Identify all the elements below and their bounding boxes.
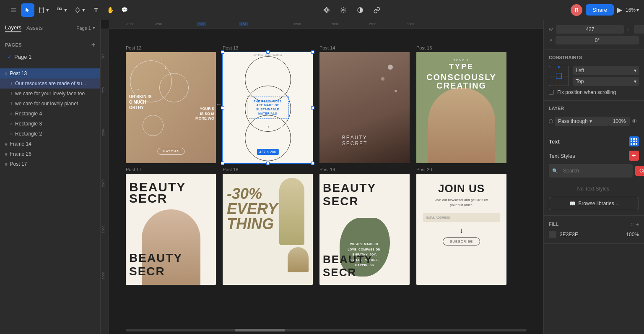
post-19-beauty-title: BEAUTY SECR xyxy=(323,181,406,208)
blend-mode-select[interactable]: Pass through ▾ xyxy=(555,117,609,126)
resize-handle-tr[interactable] xyxy=(311,50,314,54)
resize-handle-tl[interactable] xyxy=(221,50,224,54)
angle-icon: ↗ xyxy=(549,38,552,43)
layer-item-post13[interactable]: # Post 13 xyxy=(0,68,100,78)
post-18-card[interactable]: -30%EVERYTHING xyxy=(223,174,313,285)
angle-input[interactable] xyxy=(556,36,639,44)
visibility-toggle-button[interactable]: 👁 xyxy=(630,118,639,125)
add-text-style-button[interactable]: + xyxy=(629,151,639,161)
links-button[interactable] xyxy=(370,3,384,17)
text-grid-button[interactable] xyxy=(629,136,639,146)
fill-color-value[interactable]: 3E3E3E xyxy=(560,232,619,237)
select-tool-button[interactable] xyxy=(21,3,34,17)
canvas-area[interactable]: -1000 -500 327 754 1500 2000 2500 3000 5… xyxy=(101,20,543,334)
post-12-card[interactable]: → ← → MATCHA UR SKIN IS O MUCH ORTHY YOU… xyxy=(126,52,216,163)
post-19-card[interactable]: BEAUTY SECR WE ARE MADE OFLOVE, COMPASSI… xyxy=(319,174,410,285)
constraint-v-select[interactable]: Top ▾ xyxy=(573,77,639,86)
blend-row: Pass through ▾ 👁 xyxy=(549,117,639,126)
browse-libraries-button[interactable]: 📖 Browse libraries... xyxy=(549,197,639,210)
canvas-content[interactable]: Post 12 → ← → MATCHA xyxy=(109,29,543,334)
canvas-scrollbar-thumb[interactable] xyxy=(235,329,285,331)
layer-item-frame26[interactable]: # Frame 26 xyxy=(0,149,100,159)
post-17-bottom-text: BEAUTY SECR xyxy=(126,248,216,282)
w-label: W xyxy=(549,27,553,32)
post-15-card[interactable]: TONE & TYPE CONSCIOUSLYCREATING xyxy=(416,52,506,163)
frame-tool-button[interactable]: ▾ xyxy=(35,3,52,17)
zoom-control[interactable]: 16% ▾ xyxy=(626,7,639,13)
contrast-button[interactable] xyxy=(353,3,367,17)
resize-handle-br[interactable] xyxy=(311,162,314,165)
layer-label-rect2: Rectangle 2 xyxy=(15,131,42,137)
width-input[interactable] xyxy=(556,25,624,34)
constraints-section: Constraints Left ▾ xyxy=(544,50,644,101)
plugins-button[interactable] xyxy=(337,3,350,17)
share-button[interactable]: Share xyxy=(586,4,614,16)
post-13-card-wrapper[interactable]: THE RESOURCESARE MADE OFSUSTAINABLEMATER… xyxy=(223,52,313,163)
tab-layers[interactable]: Layers xyxy=(5,23,21,32)
book-icon: 📖 xyxy=(569,201,576,206)
resize-handle-mr[interactable] xyxy=(311,106,314,110)
layer-item-rect2[interactable]: ○ Rectangle 2 xyxy=(0,129,100,139)
fill-grid-button[interactable]: :: xyxy=(631,221,634,227)
layer-item-post17[interactable]: # Post 17 xyxy=(0,159,100,169)
post-wrapper-12: Post 12 → ← → MATCHA xyxy=(126,45,216,163)
frame-icon-3: # xyxy=(5,152,8,157)
page-1-item[interactable]: ✓ Page 1 xyxy=(5,52,95,62)
resize-handle-bm[interactable] xyxy=(266,162,270,165)
page-selector[interactable]: Page 1 ▾ xyxy=(76,25,95,31)
hand-tool-button[interactable]: ✋ xyxy=(104,3,117,17)
post-14-card[interactable]: BEAUTY SECRET xyxy=(319,52,410,163)
fill-header: Fill :: + xyxy=(549,221,639,227)
comment-tool-button[interactable]: 💬 xyxy=(118,3,131,17)
panel-tabs: Layers Assets Page 1 ▾ xyxy=(0,20,100,36)
posts-row-2: Post 17 BEAUTY SECR BEAUTY SECR xyxy=(126,167,506,285)
add-page-button[interactable]: + xyxy=(91,41,95,49)
opacity-input[interactable] xyxy=(609,117,630,126)
text-style-search-input[interactable] xyxy=(560,166,629,176)
constraints-title: Constraints xyxy=(549,55,582,60)
fix-position-checkbox[interactable] xyxy=(549,90,554,95)
ruler-mark-754: 754 xyxy=(239,22,248,26)
layer-item-resources[interactable]: T Our resources are made of su... xyxy=(0,78,100,89)
resize-handle-bl[interactable] xyxy=(221,162,224,165)
post-14-bokeh-1 xyxy=(388,65,393,70)
fill-color-swatch[interactable] xyxy=(549,231,556,238)
create-style-button[interactable]: Create style xyxy=(635,166,644,176)
fix-position-row[interactable]: Fix position when scrolling xyxy=(549,89,639,95)
user-avatar-button[interactable]: R xyxy=(571,4,582,16)
post-20-card[interactable]: JOIN US Join our newsletter and get 20% … xyxy=(416,174,506,285)
canvas-scrollbar-track[interactable] xyxy=(126,329,527,331)
layer-item-frame14[interactable]: # Frame 14 xyxy=(0,139,100,149)
post-19-label: Post 19 xyxy=(319,167,410,172)
post-20-subscribe-btn[interactable]: SUBSCRIBE xyxy=(443,237,480,245)
post-12-circle-2 xyxy=(159,73,189,102)
constraints-header: Constraints xyxy=(549,55,639,63)
post-15-small-text: TONE & xyxy=(416,59,506,62)
layer-item-rect3[interactable]: ○ Rectangle 3 xyxy=(0,119,100,129)
post-15-type-text: TYPE xyxy=(416,63,506,71)
play-button[interactable]: ▶ xyxy=(617,6,622,14)
height-input[interactable] xyxy=(634,25,644,34)
constraint-h-value: Left xyxy=(576,68,584,73)
layer-label-rect4: Rectangle 4 xyxy=(15,111,42,117)
layer-item-planet[interactable]: T we care for our lovely planet xyxy=(0,99,100,109)
post-15-consciously-text: CONSCIOUSLYCREATING xyxy=(418,73,505,90)
main-area: Layers Assets Page 1 ▾ Pages + ✓ Page 1 … xyxy=(0,20,644,334)
shapes-tool-button[interactable]: ▾ xyxy=(53,3,70,17)
no-styles-message: No Text Styles. xyxy=(549,181,639,197)
text-tool-button[interactable]: T xyxy=(89,3,103,17)
post-13-card[interactable]: THE RESOURCESARE MADE OFSUSTAINABLEMATER… xyxy=(223,52,313,163)
tab-assets[interactable]: Assets xyxy=(26,24,43,32)
post-17-card[interactable]: BEAUTY SECR BEAUTY SECR xyxy=(126,174,216,285)
fill-add-button[interactable]: + xyxy=(636,221,639,227)
ruler-vmark-2000: 2000 xyxy=(101,180,105,187)
post-wrapper-18: Post 18 -30%EVERYTHING xyxy=(223,167,313,285)
resize-handle-tm[interactable] xyxy=(266,50,270,54)
constraint-h-select[interactable]: Left ▾ xyxy=(573,66,639,75)
pen-tool-button[interactable]: ▾ xyxy=(71,3,88,17)
layer-item-face[interactable]: T we care for your lovely face too xyxy=(0,89,100,99)
figma-menu-button[interactable] xyxy=(7,3,20,17)
ellipse-icon-2: ○ xyxy=(10,122,13,126)
components-button[interactable] xyxy=(320,3,333,17)
layer-item-rect4[interactable]: ○ Rectangle 4 xyxy=(0,109,100,119)
